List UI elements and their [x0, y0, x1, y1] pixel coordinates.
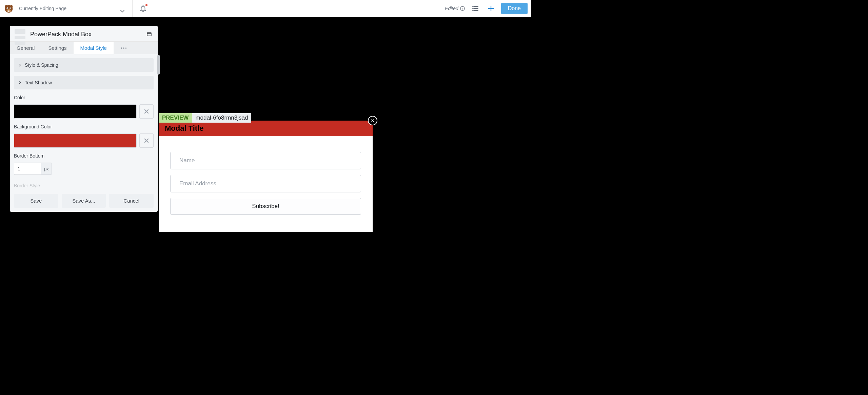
modal-body: Subscribe!: [159, 136, 373, 232]
color-label: Color: [14, 95, 154, 100]
border-style-label: Border Style: [14, 183, 154, 188]
tab-modal-style[interactable]: Modal Style: [74, 42, 114, 54]
modal-preview: Modal Title Subscribe!: [159, 121, 373, 232]
svg-point-15: [125, 47, 127, 49]
top-bar: Currently Editing Page Edited ?: [0, 0, 531, 17]
edited-label: Edited: [445, 6, 458, 11]
dots-horizontal-icon: [120, 44, 127, 52]
modal-close-button[interactable]: [368, 116, 377, 125]
page-dropdown-toggle[interactable]: [117, 0, 127, 17]
border-bottom-row: px: [14, 163, 154, 175]
preview-id: modal-6fo8rmn3jsad: [192, 113, 251, 123]
color-clear-button[interactable]: [139, 104, 154, 119]
svg-point-5: [10, 7, 11, 8]
border-bottom-input[interactable]: [14, 163, 41, 175]
beaver-logo[interactable]: [2, 2, 16, 15]
close-icon: [143, 137, 150, 144]
panel-title: PowerPack Modal Box: [30, 31, 92, 38]
page-title-column: Currently Editing Page: [19, 6, 66, 11]
name-input[interactable]: [170, 152, 361, 169]
notifications-button[interactable]: [137, 3, 149, 14]
outline-button[interactable]: [470, 3, 481, 14]
svg-rect-6: [8, 10, 9, 12]
close-icon: [143, 108, 150, 115]
help-icon: ?: [460, 6, 465, 11]
panel-footer: Save Save As... Cancel: [10, 190, 158, 212]
bg-color-clear-button[interactable]: [139, 133, 154, 148]
chevron-down-icon: [119, 8, 126, 15]
svg-point-8: [11, 5, 13, 8]
svg-point-7: [5, 5, 7, 8]
color-field-row: [14, 104, 154, 119]
email-input[interactable]: [170, 175, 361, 192]
tab-more-button[interactable]: [117, 44, 131, 52]
bg-color-field-row: [14, 133, 154, 148]
outline-list-icon: [471, 4, 479, 13]
svg-text:?: ?: [461, 7, 463, 10]
cancel-button[interactable]: Cancel: [109, 194, 154, 208]
svg-point-3: [7, 7, 7, 8]
bg-color-label: Background Color: [14, 124, 154, 129]
panel-header[interactable]: PowerPack Modal Box: [10, 26, 158, 41]
subscribe-button[interactable]: Subscribe!: [170, 198, 361, 215]
color-swatch[interactable]: [14, 104, 137, 119]
top-bar-left: Currently Editing Page: [0, 0, 149, 17]
panel-tabs: General Settings Modal Style: [10, 41, 158, 54]
preview-badge: PREVIEW: [159, 113, 192, 123]
border-bottom-label: Border Bottom: [14, 153, 154, 159]
svg-point-13: [121, 47, 122, 49]
tab-settings[interactable]: Settings: [41, 42, 73, 54]
chevron-right-icon: [18, 81, 22, 85]
save-as-button[interactable]: Save As...: [62, 194, 106, 208]
top-bar-right: Edited ? Done: [445, 3, 531, 14]
panel-body: Style & Spacing Text Shadow Color Backgr…: [10, 54, 158, 190]
accordion-label: Text Shadow: [25, 80, 52, 85]
edited-indicator[interactable]: Edited ?: [445, 6, 465, 11]
done-button[interactable]: Done: [501, 3, 528, 14]
beaver-icon: [3, 2, 15, 15]
window-icon: [146, 32, 152, 37]
chevron-right-icon: [18, 63, 22, 67]
drag-handle-icon: [15, 29, 25, 45]
plus-icon: [487, 5, 495, 12]
accordion-text-shadow[interactable]: Text Shadow: [14, 76, 154, 89]
modal-title: Modal Title: [159, 121, 373, 136]
border-bottom-unit[interactable]: px: [41, 163, 52, 175]
svg-rect-11: [147, 33, 151, 36]
bg-color-swatch[interactable]: [14, 133, 137, 148]
add-button[interactable]: [486, 3, 496, 14]
preview-tag: PREVIEW modal-6fo8rmn3jsad: [159, 113, 251, 123]
close-icon: [371, 119, 375, 123]
notification-dot-icon: [145, 4, 147, 6]
page-title: Currently Editing Page: [19, 6, 66, 11]
settings-panel: PowerPack Modal Box General Settings Mod…: [10, 26, 158, 212]
accordion-label: Style & Spacing: [25, 62, 58, 68]
panel-maximize-button[interactable]: [145, 30, 153, 38]
accordion-style-spacing[interactable]: Style & Spacing: [14, 58, 154, 72]
svg-point-14: [123, 47, 124, 49]
panel-scrollbar-thumb[interactable]: [157, 55, 160, 75]
vertical-separator: [132, 0, 133, 17]
save-button[interactable]: Save: [14, 194, 58, 208]
